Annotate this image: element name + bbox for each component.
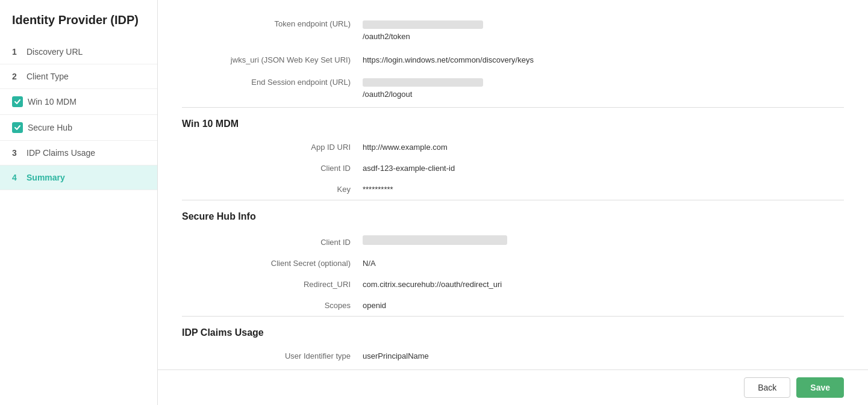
field-value-token-endpoint: /oauth2/token [363, 18, 483, 43]
step-number: 3 [12, 148, 22, 158]
field-row-client-secret: Client Secret (optional) N/A [182, 253, 844, 274]
sidebar-item-label: Secure Hub [28, 123, 72, 132]
section-header-idp-claims: IDP Claims Usage [182, 317, 844, 345]
field-value-end-session: /oauth2/logout [363, 76, 483, 102]
sidebar: Identity Provider (IDP) 1 Discovery URL … [0, 0, 158, 405]
step-number: 2 [12, 72, 22, 81]
sidebar-item-discovery-url[interactable]: 1 Discovery URL [0, 40, 157, 64]
field-value-jwks-uri: https://login.windows.net/common/discove… [363, 55, 534, 64]
field-row-jwks-uri: jwks_uri (JSON Web Key Set URI) https://… [182, 49, 844, 70]
sidebar-item-summary[interactable]: 4 Summary [0, 165, 157, 190]
field-label: Scopes [182, 301, 363, 310]
step-number: 4 [12, 173, 22, 182]
section-win10-mdm: Win 10 MDM App ID URI http://www.example… [182, 108, 844, 200]
sidebar-item-label: Discovery URL [27, 47, 83, 57]
sidebar-item-label: Win 10 MDM [28, 97, 76, 107]
field-row-redirect-uri: Redirect_URI com.citrix.securehub://oaut… [182, 274, 844, 295]
field-label: Redirect_URI [182, 280, 363, 289]
field-row-end-session: End Session endpoint (URL) /oauth2/logou… [182, 70, 844, 108]
check-icon [12, 122, 23, 133]
section-header-win10-mdm: Win 10 MDM [182, 108, 844, 137]
field-row-app-id-uri: App ID URI http://www.example.com [182, 137, 844, 158]
field-label: Client ID [182, 164, 363, 173]
field-row-scopes: Scopes openid [182, 295, 844, 316]
field-label: Token endpoint (URL) [182, 19, 363, 28]
field-value-app-id-uri: http://www.example.com [363, 143, 448, 152]
field-row-key: Key ********** [182, 179, 844, 200]
field-label: Client Secret (optional) [182, 259, 363, 268]
sidebar-item-label: Summary [27, 173, 65, 182]
field-label: Client ID [182, 238, 363, 247]
section-token-endpoint: Token endpoint (URL) /oauth2/token jwks_… [182, 12, 844, 107]
step-number: 1 [12, 47, 22, 57]
field-label: Key [182, 185, 363, 194]
section-header-secure-hub: Secure Hub Info [182, 200, 844, 229]
field-label: jwks_uri (JSON Web Key Set URI) [182, 55, 363, 64]
save-button[interactable]: Save [796, 377, 844, 398]
field-row-token-endpoint: Token endpoint (URL) /oauth2/token [182, 12, 844, 49]
sidebar-item-win10-mdm[interactable]: Win 10 MDM [0, 89, 157, 115]
field-row-client-id-win10: Client ID asdf-123-example-client-id [182, 158, 844, 179]
field-label: User Identifier type [182, 351, 363, 360]
field-label: End Session endpoint (URL) [182, 78, 363, 87]
back-button[interactable]: Back [744, 377, 790, 398]
field-value-client-id-win10: asdf-123-example-client-id [363, 164, 455, 173]
section-secure-hub: Secure Hub Info Client ID Client Secret … [182, 200, 844, 316]
main-content: Token endpoint (URL) /oauth2/token jwks_… [158, 0, 868, 405]
sidebar-item-client-type[interactable]: 2 Client Type [0, 64, 157, 89]
sidebar-item-idp-claims-usage[interactable]: 3 IDP Claims Usage [0, 141, 157, 165]
sidebar-item-label: IDP Claims Usage [27, 148, 95, 158]
field-row-user-identifier-type: User Identifier type userPrincipalName [182, 345, 844, 366]
field-value-key: ********** [363, 185, 393, 194]
field-value-redirect-uri: com.citrix.securehub://oauth/redirect_ur… [363, 280, 502, 289]
check-icon [12, 96, 23, 107]
bottom-bar: Back Save [158, 369, 868, 405]
field-value-client-secret: N/A [363, 259, 376, 268]
field-value-scopes: openid [363, 301, 386, 310]
field-value-user-identifier-type: userPrincipalName [363, 351, 429, 360]
field-value-client-id-secure [363, 235, 507, 245]
sidebar-item-secure-hub[interactable]: Secure Hub [0, 115, 157, 141]
field-row-client-id-secure: Client ID [182, 229, 844, 253]
sidebar-item-label: Client Type [27, 72, 69, 81]
sidebar-title: Identity Provider (IDP) [0, 12, 157, 40]
field-label: App ID URI [182, 143, 363, 152]
